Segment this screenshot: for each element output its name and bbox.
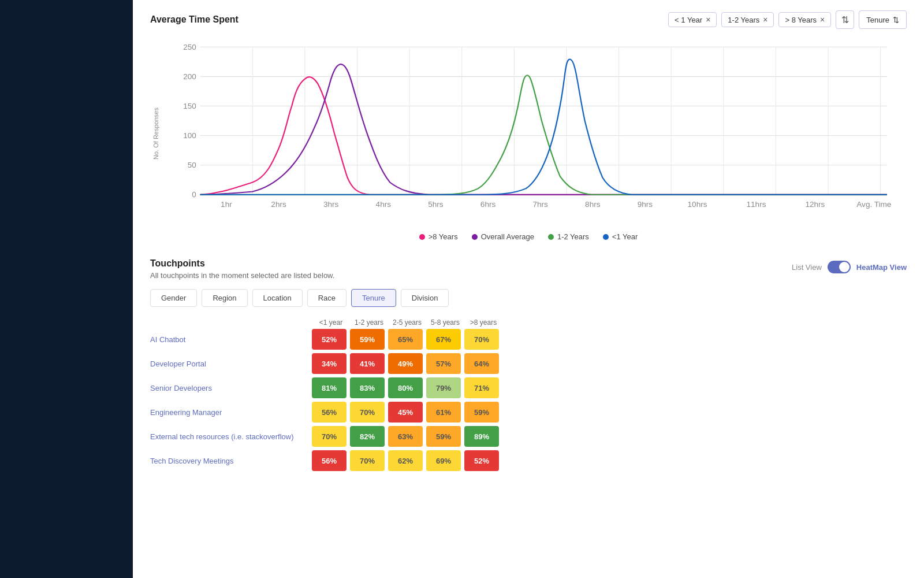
heatmap-cell: 89% [464,426,499,447]
svg-text:8hrs: 8hrs [585,200,601,209]
heatmap-cell: 70% [464,329,499,350]
heatmap-cell: 59% [464,402,499,423]
svg-text:6hrs: 6hrs [480,200,496,209]
svg-text:5hrs: 5hrs [428,200,444,209]
heatmap-cell: 62% [388,450,423,471]
heatmap-cell: 64% [464,353,499,374]
filter-tab-location[interactable]: Location [252,289,303,307]
heatmap-row: Engineering Manager56%70%45%61%59% [150,402,907,423]
heatmap-row: External tech resources (i.e. stackoverf… [150,426,907,447]
heatmap-row: Tech Discovery Meetings56%70%62%69%52% [150,450,907,471]
chart-container: No. Of Responses [150,35,907,225]
heatmap-col-header: 2-5 years [390,318,424,327]
heatmap-view-label: HeatMap View [856,263,907,272]
heatmap-header-row: <1 year1-2 years2-5 years5-8 years>8 yea… [312,318,907,327]
heatmap-cell: 83% [350,377,385,398]
heatmap-col-header: <1 year [314,318,348,327]
filter-arrow-btn[interactable]: ⇅ [836,10,854,29]
filter-tags: < 1 Year×1-2 Years×> 8 Years× ⇅ Tenure ⇅ [668,10,907,29]
heatmap-cell: 71% [464,377,499,398]
sidebar [0,0,133,578]
chart-header: Average Time Spent < 1 Year×1-2 Years×> … [150,0,907,35]
heatmap-cell: 52% [312,329,346,350]
chart-title: Average Time Spent [150,14,239,25]
heatmap-cell: 34% [312,353,346,374]
heatmap-row: Developer Portal34%41%49%57%64% [150,353,907,374]
heatmap-cell: 45% [388,402,423,423]
heatmap-cell: 70% [350,450,385,471]
filter-tab-tenure[interactable]: Tenure [351,289,396,307]
legend-item: 1-2 Years [548,232,589,241]
svg-text:1hr: 1hr [221,200,232,209]
heatmap-row: Senior Developers81%83%80%79%71% [150,377,907,398]
y-axis-label: No. Of Responses [152,108,159,160]
heatmap-row: AI Chatbot52%59%65%67%70% [150,329,907,350]
legend-item: <1 Year [603,232,638,241]
heatmap-cell: 61% [426,402,461,423]
legend-dot [603,234,609,240]
filter-tag-gt8[interactable]: > 8 Years× [778,12,831,27]
svg-text:50: 50 [188,161,196,169]
svg-text:200: 200 [183,72,196,81]
tag-close-lt1[interactable]: × [706,15,710,24]
toggle-switch[interactable] [828,261,851,273]
svg-text:0: 0 [192,190,196,199]
filter-tab-division[interactable]: Division [401,289,449,307]
heatmap-cell: 65% [388,329,423,350]
legend-dot [548,234,554,240]
tag-close-1-2[interactable]: × [763,15,767,24]
heatmap-cell: 56% [312,450,346,471]
heatmap-cell: 80% [388,377,423,398]
heatmap-cell: 70% [350,402,385,423]
svg-text:2hrs: 2hrs [271,200,286,209]
touchpoints-text: Touchpoints All touchpoints in the momen… [150,258,334,280]
heatmap-cell: 70% [312,426,346,447]
svg-text:9hrs: 9hrs [638,200,653,209]
heatmap-cell: 59% [426,426,461,447]
heatmap-col-header: 1-2 years [352,318,386,327]
tag-close-gt8[interactable]: × [820,15,825,24]
heatmap-cell: 49% [388,353,423,374]
filter-tag-lt1[interactable]: < 1 Year× [668,12,717,27]
heatmap-row-label[interactable]: Tech Discovery Meetings [150,457,312,465]
legend-item: Overall Average [472,232,534,241]
heatmap-cells: 34%41%49%57%64% [312,353,499,374]
filter-tag-1-2[interactable]: 1-2 Years× [721,12,774,27]
svg-text:12hrs: 12hrs [805,200,825,209]
touchpoints-subtitle: All touchpoints in the moment selected a… [150,271,334,280]
filter-tab-gender[interactable]: Gender [150,289,197,307]
toggle-knob [839,262,850,272]
filter-tab-race[interactable]: Race [307,289,346,307]
heatmap-cell: 81% [312,377,346,398]
heatmap-cell: 59% [350,329,385,350]
svg-text:7hrs: 7hrs [532,200,548,209]
tenure-select[interactable]: Tenure ⇅ [859,10,907,29]
heatmap-cell: 52% [464,450,499,471]
heatmap-row-label[interactable]: AI Chatbot [150,335,312,344]
heatmap-row-label[interactable]: Engineering Manager [150,408,312,417]
heatmap-row-label[interactable]: External tech resources (i.e. stackoverf… [150,432,312,441]
svg-text:250: 250 [183,43,196,51]
legend-dot [472,234,478,240]
heatmap-col-header: >8 years [466,318,501,327]
heatmap-row-label[interactable]: Developer Portal [150,360,312,368]
chart-svg: 250 200 150 100 50 0 1hr 2hrs 3hrs 4hrs … [167,35,907,225]
svg-text:100: 100 [183,131,196,140]
heatmap-cells: 56%70%62%69%52% [312,450,499,471]
heatmap-cells: 70%82%63%59%89% [312,426,499,447]
heatmap-cell: 57% [426,353,461,374]
filter-tab-region[interactable]: Region [202,289,247,307]
svg-text:11hrs: 11hrs [746,200,766,209]
heatmap-cells: 52%59%65%67%70% [312,329,499,350]
touchpoints-title: Touchpoints [150,258,334,269]
touchpoints-header: Touchpoints All touchpoints in the momen… [150,258,907,280]
svg-text:Avg. Time: Avg. Time [856,200,891,209]
svg-text:4hrs: 4hrs [376,200,392,209]
heatmap-row-label[interactable]: Senior Developers [150,384,312,392]
heatmap-cell: 63% [388,426,423,447]
touchpoints-section: Touchpoints All touchpoints in the momen… [150,258,907,471]
heatmap-cell: 67% [426,329,461,350]
chart-legend: >8 YearsOverall Average1-2 Years<1 Year [150,232,907,241]
svg-text:150: 150 [183,102,196,110]
heatmap-col-header: 5-8 years [428,318,463,327]
